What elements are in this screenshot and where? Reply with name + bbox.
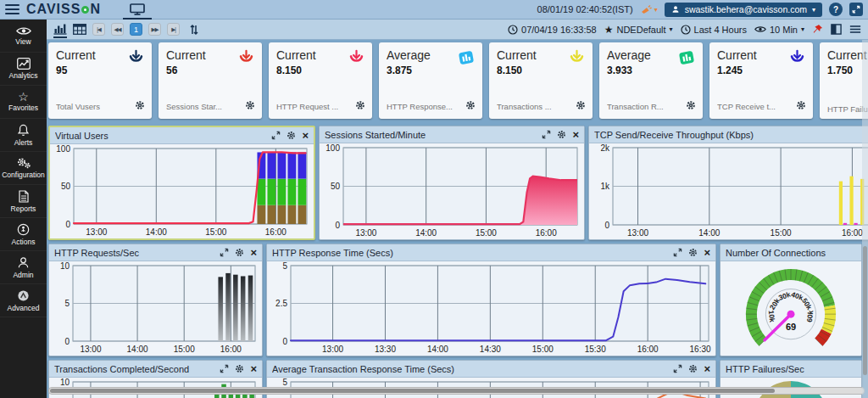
sidebar-item-analytics[interactable]: Analytics (0, 53, 47, 86)
alert-status-control[interactable]: ▾ (640, 4, 658, 15)
metric-card-sessions-started: Current 56 Sessions Star... (159, 42, 262, 119)
svg-text:13:00: 13:00 (627, 228, 648, 238)
sidebar-item-advanced[interactable]: Advanced (0, 284, 47, 317)
panel-header[interactable]: HTTP Response Time (Secs) × (267, 244, 715, 261)
expand-icon[interactable] (673, 248, 682, 257)
http-response-time-chart[interactable]: 02.5513:0013:3014:0014:3015:0015:3016:00… (267, 261, 715, 356)
panel-header[interactable]: Sessions Started/Minute × (320, 126, 584, 143)
expand-icon[interactable] (542, 130, 551, 139)
svg-text:50k: 50k (800, 296, 814, 311)
gear-icon[interactable] (576, 98, 586, 114)
http-requests-chart[interactable]: 051013:0014:0015:0016:00 (49, 261, 262, 356)
cavisson-logo[interactable]: CAVISSN (26, 2, 101, 17)
panel-header[interactable]: Virtual Users × (50, 127, 314, 144)
expand-icon[interactable] (271, 131, 281, 140)
svg-text:10: 10 (60, 378, 70, 387)
first-page-button[interactable]: |◀ (92, 23, 105, 36)
help-button[interactable]: ? (829, 3, 843, 16)
gear-icon[interactable] (245, 98, 255, 114)
svg-text:5: 5 (282, 261, 287, 271)
panel-header[interactable]: HTTP Requests/Sec × (49, 244, 262, 261)
chevron-down-icon: ▾ (812, 6, 815, 14)
horizontal-scrollbar[interactable] (48, 387, 865, 395)
panel-header[interactable]: Number Of Connections (721, 244, 861, 261)
toolbar-right-group: 07/04/19 16:33:58 ★ NDEDefault ▾ Last 4 … (508, 21, 861, 38)
prev-page-button[interactable]: ◀◀ (111, 23, 124, 36)
svg-text:14:00: 14:00 (415, 228, 437, 238)
close-icon[interactable]: × (704, 365, 710, 373)
pin-dashboard-button[interactable] (812, 21, 823, 38)
gear-icon[interactable] (135, 98, 145, 114)
panel-header[interactable]: TCP Send/Receive Throughput (Kbps) × (589, 126, 868, 143)
gear-icon[interactable] (557, 127, 566, 143)
hamburger-menu-icon[interactable] (5, 4, 19, 15)
sidebar-item-reports[interactable]: Reports (0, 185, 47, 218)
connections-gauge-chart[interactable]: 10k20k30k40k50k60k69 (721, 261, 861, 356)
close-icon[interactable]: × (572, 131, 579, 139)
expand-icon[interactable] (220, 248, 229, 257)
gear-icon[interactable] (688, 245, 698, 261)
sidebar-item-admin[interactable]: Admin (0, 251, 47, 284)
panel-header[interactable]: HTTP Failures/Sec (721, 361, 861, 378)
granularity-selector[interactable]: 10 Min ▾ (754, 25, 804, 35)
vertical-scrollbar-thumb[interactable] (863, 246, 867, 375)
panel-header[interactable]: Transactions Completed/Second × (49, 361, 262, 378)
metric-label: Transaction R... (607, 102, 664, 111)
chart-view-button[interactable] (53, 21, 67, 38)
panel-title: HTTP Response Time (Secs) (272, 248, 393, 258)
metric-label: Transactions ... (497, 102, 552, 111)
svg-text:14:00: 14:00 (127, 345, 148, 354)
gear-icon[interactable] (355, 98, 365, 114)
horizontal-scrollbar-thumb[interactable] (50, 389, 775, 393)
gear-icon[interactable] (686, 98, 696, 114)
expand-icon[interactable] (220, 364, 229, 373)
expand-icon[interactable] (673, 364, 682, 373)
metric-label: HTTP Response... (387, 102, 453, 111)
sessions-started-chart[interactable]: 05010013:0014:0015:0016:00 (320, 143, 584, 239)
sidebar-item-view[interactable]: View (0, 20, 47, 53)
gear-icon[interactable] (796, 98, 806, 114)
user-menu-button[interactable]: swastik.behera@cavisson.com ▾ (665, 3, 822, 17)
gear-icon[interactable] (287, 128, 296, 143)
chevron-down-icon: ▾ (670, 25, 673, 33)
sidebar-item-configuration[interactable]: Configuration (0, 152, 47, 185)
close-icon[interactable]: × (250, 365, 257, 373)
list-menu-button[interactable] (849, 21, 861, 38)
sidebar-item-favorites[interactable]: ☆ Favorites (0, 86, 47, 119)
user-icon (671, 5, 680, 14)
gear-icon[interactable] (235, 245, 244, 261)
sample-datetime-control[interactable]: 07/04/19 16:33:58 (508, 25, 597, 35)
svg-text:13:00: 13:00 (80, 345, 101, 354)
gear-icon[interactable] (465, 98, 476, 114)
close-icon[interactable]: × (704, 249, 710, 257)
vertical-scrollbar[interactable] (862, 40, 868, 398)
sidebar-item-actions[interactable]: Actions (0, 218, 47, 251)
fullscreen-button[interactable] (849, 3, 863, 16)
gear-icon[interactable] (688, 362, 698, 377)
table-view-button[interactable] (73, 21, 86, 38)
gear-icon[interactable] (235, 362, 244, 377)
time-range-selector[interactable]: Last 4 Hours (681, 25, 747, 35)
close-icon[interactable]: × (302, 132, 309, 140)
sidebar-item-alerts[interactable]: Alerts (0, 119, 47, 152)
close-icon[interactable]: × (250, 249, 257, 257)
sort-button[interactable] (189, 21, 199, 38)
favorite-view-name: NDEDefault (616, 25, 665, 35)
next-page-button[interactable]: ▶▶ (148, 23, 161, 36)
tcp-throughput-chart[interactable]: 01k2k13:0014:0015:0016:00 (589, 143, 868, 239)
tab-dashboard[interactable] (123, 0, 152, 20)
monitor-icon (130, 3, 145, 15)
metric-cards-row: Current 95 Total Vusers Current 56 Sessi… (48, 42, 868, 119)
download-icon (788, 48, 806, 70)
svg-text:69: 69 (786, 322, 796, 332)
last-page-button[interactable]: ▶| (167, 23, 180, 36)
dashboard-content: Current 95 Total Vusers Current 56 Sessi… (47, 40, 868, 398)
virtual-users-chart[interactable]: 05010013:0014:0015:0016:00 (50, 144, 314, 238)
download-icon (348, 48, 365, 70)
favorite-view-selector[interactable]: ★ NDEDefault ▾ (604, 24, 673, 36)
current-page-indicator[interactable]: 1 (130, 23, 142, 36)
panel-header[interactable]: Average Transaction Response Time (Secs)… (267, 361, 715, 378)
layout-button[interactable] (831, 21, 842, 38)
panel-http-response-time: HTTP Response Time (Secs) × 02.5513:0013… (266, 244, 716, 356)
svg-text:60k: 60k (805, 310, 815, 322)
